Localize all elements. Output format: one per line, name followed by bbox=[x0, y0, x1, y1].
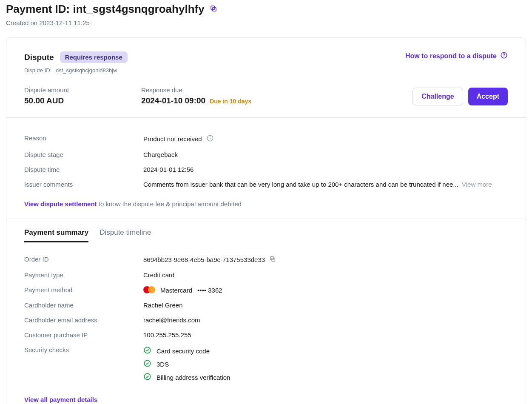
order-id-label: Order ID bbox=[24, 256, 143, 264]
dispute-amount-value: 50.00 AUD bbox=[24, 96, 69, 105]
settlement-rest: to know the dispute fee & principal amou… bbox=[97, 200, 242, 208]
check-circle-icon bbox=[143, 373, 151, 382]
cardholder-email-value: rachel@friends.com bbox=[143, 316, 508, 324]
payment-method-label: Payment method bbox=[24, 286, 143, 294]
info-icon[interactable] bbox=[206, 134, 214, 143]
customer-ip-value: 100.255.255.255 bbox=[143, 331, 508, 339]
security-check-item: 3DS bbox=[143, 359, 230, 369]
created-on: Created on 2023-12-11 11:25 bbox=[6, 19, 526, 26]
how-to-respond-label: How to respond to a dispute bbox=[405, 52, 497, 60]
issuer-comments-label: Issuer comments bbox=[24, 181, 143, 188]
svg-point-6 bbox=[210, 137, 210, 137]
page-title: Payment ID: int_sgst4gsnqgroahylhfy bbox=[6, 3, 205, 16]
tab-dispute-timeline[interactable]: Dispute timeline bbox=[100, 228, 151, 242]
security-check-label: 3DS bbox=[156, 361, 169, 368]
view-dispute-settlement-link[interactable]: View dispute settlement bbox=[24, 200, 97, 208]
response-due-label: Response due bbox=[141, 86, 251, 94]
cardholder-name-value: Rachel Green bbox=[143, 302, 508, 309]
challenge-button[interactable]: Challenge bbox=[413, 88, 463, 105]
security-checks-list: Card security code 3DS Billing address v… bbox=[143, 346, 230, 382]
dispute-id: Dispute ID: dst_sgstkqhcjgonid83bjw bbox=[24, 67, 128, 74]
dispute-amount-block: Dispute amount 50.00 AUD bbox=[24, 86, 69, 105]
issuer-comments-value: Comments from issuer bank that can be ve… bbox=[143, 181, 458, 188]
reason-label: Reason bbox=[24, 134, 143, 143]
dispute-id-value: dst_sgstkqhcjgonid83bjw bbox=[56, 67, 117, 74]
page-title-row: Payment ID: int_sgst4gsnqgroahylhfy bbox=[6, 3, 526, 16]
dispute-stage-value: Chargeback bbox=[143, 151, 508, 158]
cardholder-name-label: Cardholder name bbox=[24, 302, 143, 309]
copy-icon[interactable] bbox=[210, 5, 217, 14]
accept-button[interactable]: Accept bbox=[468, 88, 508, 105]
view-all-payment-details-link[interactable]: View all payment details bbox=[24, 396, 97, 403]
dispute-amount-label: Dispute amount bbox=[24, 86, 69, 94]
security-checks-label: Security checks bbox=[24, 346, 143, 382]
dispute-stage-label: Dispute stage bbox=[24, 151, 143, 158]
payment-type-value: Credit card bbox=[143, 271, 508, 279]
reason-value: Product not received bbox=[143, 135, 202, 142]
mastercard-icon bbox=[143, 286, 155, 294]
view-more-link[interactable]: View more bbox=[462, 181, 492, 188]
dispute-card: Dispute Requires response Dispute ID: ds… bbox=[6, 37, 526, 404]
security-check-item: Card security code bbox=[143, 346, 230, 356]
due-in-badge: Due in 10 days bbox=[210, 98, 251, 105]
check-circle-icon bbox=[143, 346, 151, 356]
settlement-line: View dispute settlement to know the disp… bbox=[24, 200, 508, 208]
dispute-details: Reason Product not received Dispute stag… bbox=[6, 118, 526, 219]
dispute-header: Dispute Requires response Dispute ID: ds… bbox=[6, 38, 526, 118]
copy-icon[interactable] bbox=[269, 256, 276, 264]
security-check-item: Billing address verification bbox=[143, 373, 230, 382]
response-due-block: Response due 2024-01-10 09:00 Due in 10 … bbox=[141, 86, 251, 105]
dispute-heading: Dispute bbox=[24, 53, 54, 62]
customer-ip-label: Customer purchase IP bbox=[24, 331, 143, 339]
security-check-label: Card security code bbox=[156, 347, 210, 355]
help-circle-icon bbox=[500, 51, 508, 61]
payment-method-brand: Mastercard bbox=[160, 287, 192, 294]
response-due-value: 2024-01-10 09:00 bbox=[141, 96, 205, 105]
page-header: Payment ID: int_sgst4gsnqgroahylhfy Crea… bbox=[6, 3, 526, 26]
tabs: Payment summary Dispute timeline bbox=[24, 228, 508, 242]
payment-method-mask: •••• 3362 bbox=[197, 287, 222, 294]
svg-point-3 bbox=[504, 57, 504, 57]
cardholder-email-label: Cardholder email address bbox=[24, 316, 143, 324]
action-buttons: Challenge Accept bbox=[413, 88, 508, 105]
how-to-respond-link[interactable]: How to respond to a dispute bbox=[405, 51, 508, 61]
check-circle-icon bbox=[143, 359, 151, 369]
dispute-id-label: Dispute ID: bbox=[24, 67, 51, 74]
payment-section: Payment summary Dispute timeline Order I… bbox=[6, 219, 526, 404]
order-id-value: 8694bb23-9e68-4eb5-ba9c-71375533de33 bbox=[143, 256, 265, 263]
security-check-label: Billing address verification bbox=[156, 374, 230, 381]
payment-type-label: Payment type bbox=[24, 271, 143, 279]
status-badge: Requires response bbox=[60, 51, 128, 63]
dispute-time-label: Dispute time bbox=[24, 166, 143, 173]
tab-payment-summary[interactable]: Payment summary bbox=[24, 228, 88, 242]
dispute-time-value: 2024-01-01 12:56 bbox=[143, 166, 508, 173]
